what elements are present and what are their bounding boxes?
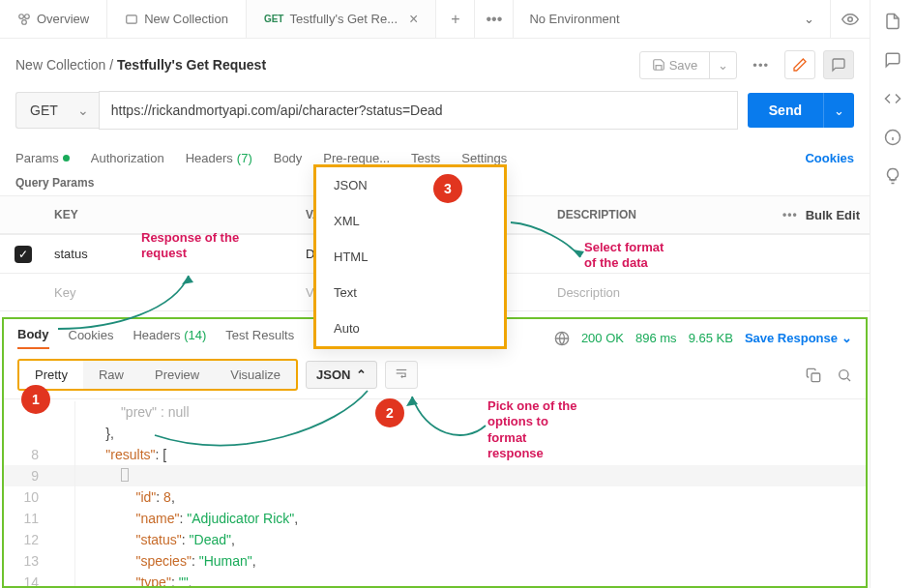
dropdown-item-json[interactable]: JSON: [316, 167, 504, 203]
view-row: Pretty Raw Preview Visualize JSON ⌃: [4, 353, 866, 398]
document-icon: [884, 13, 901, 30]
checkbox-checked[interactable]: ✓: [15, 246, 32, 263]
status-time: 896 ms: [635, 331, 677, 345]
comment-button[interactable]: [823, 50, 854, 79]
tab-more-button[interactable]: •••: [475, 0, 514, 38]
copy-icon[interactable]: [806, 368, 821, 383]
environment-selector[interactable]: No Environment ⌄: [514, 0, 831, 38]
tab-label: New Collection: [144, 12, 228, 26]
breadcrumb-current: Testfully's Get Request: [117, 57, 266, 73]
search-icon[interactable]: [837, 368, 852, 383]
more-actions-button[interactable]: •••: [745, 52, 777, 78]
close-icon[interactable]: ×: [409, 11, 418, 28]
url-input[interactable]: [99, 91, 738, 130]
more-columns-button[interactable]: •••: [782, 208, 798, 221]
comment-icon: [831, 57, 846, 73]
url-row: GET Send ⌄: [0, 91, 870, 143]
callout-badge-1: 1: [21, 385, 50, 414]
dropdown-item-html[interactable]: HTML: [316, 239, 504, 275]
format-dropdown-menu[interactable]: JSON XML HTML Text Auto: [313, 164, 507, 349]
req-tab-auth[interactable]: Authorization: [91, 151, 164, 165]
resp-tab-headers[interactable]: Headers (14): [133, 328, 206, 348]
globe-icon[interactable]: [554, 331, 570, 346]
svg-point-9: [840, 369, 848, 378]
breadcrumb: New Collection / Testfully's Get Request: [15, 57, 266, 73]
view-preview[interactable]: Preview: [139, 361, 215, 389]
tab-add-button[interactable]: +: [436, 0, 475, 38]
dropdown-item-xml[interactable]: XML: [316, 203, 504, 239]
comment-icon: [884, 51, 901, 69]
tab-overview[interactable]: Overview: [0, 0, 107, 38]
pencil-icon: [792, 57, 808, 73]
callout-pick-text: Pick one of the options to format respon…: [487, 398, 576, 461]
chevron-down-icon: ⌄: [804, 12, 814, 26]
status-size: 9.65 KB: [689, 331, 733, 345]
right-sidebar: [871, 0, 915, 588]
tab-label: Overview: [37, 12, 89, 26]
info-icon: [884, 129, 901, 146]
view-visualize[interactable]: Visualize: [215, 361, 296, 389]
view-pretty[interactable]: Pretty: [19, 361, 83, 389]
cookies-link[interactable]: Cookies: [805, 151, 854, 165]
resp-tab-tests[interactable]: Test Results: [225, 328, 294, 348]
save-caret[interactable]: ⌄: [709, 52, 736, 78]
callout-response-text: Response of the request: [141, 230, 239, 262]
comments-button[interactable]: [883, 50, 902, 70]
req-tab-prerequest[interactable]: Pre-reque...: [323, 151, 390, 165]
req-tab-body[interactable]: Body: [274, 151, 303, 165]
req-tab-headers[interactable]: Headers (7): [186, 151, 252, 165]
tab-new-collection[interactable]: New Collection: [107, 0, 247, 38]
wrap-lines-button[interactable]: [385, 361, 418, 389]
status-dot-icon: [63, 155, 70, 162]
env-label: No Environment: [529, 12, 619, 26]
param-desc-new[interactable]: Description: [549, 285, 792, 300]
send-button[interactable]: Send: [748, 93, 823, 128]
view-raw[interactable]: Raw: [83, 361, 139, 389]
method-select[interactable]: GET: [15, 92, 99, 129]
resp-tab-cookies[interactable]: Cookies: [69, 328, 114, 348]
resp-tab-body[interactable]: Body: [17, 327, 49, 349]
callout-format-text: Select format of the data: [584, 240, 664, 272]
lightbulb-button[interactable]: [883, 166, 902, 186]
svg-point-1: [25, 14, 30, 18]
top-tabs: Overview New Collection GET Testfully's …: [0, 0, 870, 39]
save-button[interactable]: Save: [640, 52, 710, 78]
col-key-header: KEY: [46, 208, 298, 221]
svg-line-10: [847, 378, 850, 381]
info-button[interactable]: [883, 128, 902, 147]
bulk-edit-button[interactable]: Bulk Edit: [806, 208, 860, 222]
response-region: Body Cookies Headers (14) Test Results 2…: [2, 317, 868, 588]
col-desc-header: DESCRIPTION: [549, 208, 792, 221]
env-preview-button[interactable]: [831, 11, 870, 28]
save-button-group: Save ⌄: [639, 51, 738, 79]
save-icon: [652, 58, 665, 72]
method-badge: GET: [264, 14, 284, 24]
documentation-button[interactable]: [883, 12, 902, 31]
req-tab-tests[interactable]: Tests: [411, 151, 440, 165]
callout-badge-3: 3: [433, 174, 462, 203]
send-caret[interactable]: ⌄: [823, 93, 854, 128]
breadcrumb-parent[interactable]: New Collection: [15, 57, 105, 73]
eye-icon: [841, 11, 859, 28]
svg-rect-3: [127, 15, 137, 22]
wrap-icon: [394, 367, 409, 380]
dropdown-item-auto[interactable]: Auto: [316, 310, 504, 346]
breadcrumb-row: New Collection / Testfully's Get Request…: [0, 39, 870, 91]
edit-button[interactable]: [784, 50, 815, 79]
overview-icon: [17, 13, 31, 26]
format-select[interactable]: JSON ⌃: [306, 361, 377, 389]
svg-point-2: [22, 19, 27, 24]
param-key-new[interactable]: Key: [46, 285, 298, 300]
chevron-up-icon: ⌃: [356, 368, 367, 382]
code-button[interactable]: [883, 89, 902, 108]
tab-active-request[interactable]: GET Testfully's Get Re... ×: [247, 0, 436, 38]
svg-point-4: [848, 16, 853, 21]
req-tab-params[interactable]: Params: [15, 151, 70, 165]
callout-badge-2: 2: [375, 398, 404, 427]
response-body: "prev" : null }, 8 "results": [ 9 10 "id…: [4, 398, 866, 586]
req-tab-settings[interactable]: Settings: [461, 151, 507, 165]
save-response-button[interactable]: Save Response ⌄: [745, 331, 852, 345]
dropdown-item-text[interactable]: Text: [316, 275, 504, 310]
svg-point-0: [19, 14, 24, 18]
svg-rect-8: [812, 373, 820, 382]
